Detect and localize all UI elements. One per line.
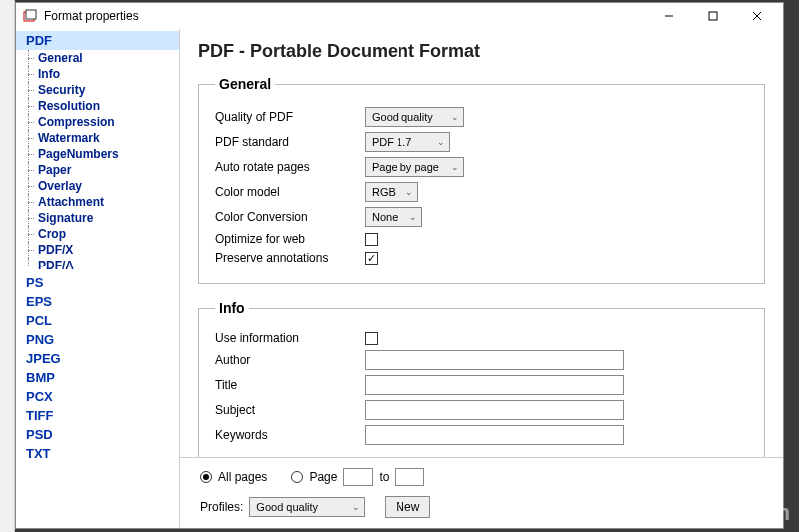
- profiles-label: Profiles:: [200, 500, 243, 514]
- quality-label: Quality of PDF: [215, 110, 365, 124]
- sidebar-item-ps[interactable]: PS: [16, 273, 179, 292]
- content-wrap: PDF - Portable Document Format General Q…: [180, 29, 783, 528]
- new-profile-button[interactable]: New: [385, 496, 430, 518]
- rotate-label: Auto rotate pages: [215, 160, 365, 174]
- chevron-down-icon: ⌄: [405, 187, 413, 197]
- profiles-select[interactable]: Good quality ⌄: [249, 497, 365, 517]
- info-legend: Info: [215, 300, 249, 316]
- sidebar-subitem-attachment[interactable]: Attachment: [16, 194, 179, 210]
- sidebar-subitem-pdf-x[interactable]: PDF/X: [16, 242, 179, 258]
- sidebar-subitem-pagenumbers[interactable]: PageNumbers: [16, 146, 179, 162]
- to-label: to: [379, 470, 389, 484]
- color-model-label: Color model: [215, 185, 365, 199]
- sidebar-item-bmp[interactable]: BMP: [16, 368, 179, 387]
- sidebar-subitem-pdf-a[interactable]: PDF/A: [16, 258, 179, 273]
- chevron-down-icon: ⌄: [409, 212, 417, 222]
- use-info-checkbox[interactable]: [365, 332, 378, 345]
- author-label: Author: [215, 353, 365, 367]
- sidebar-subitem-signature[interactable]: Signature: [16, 210, 179, 226]
- sidebar-subitem-paper[interactable]: Paper: [16, 162, 179, 178]
- svg-rect-1: [26, 10, 36, 19]
- sidebar-item-tiff[interactable]: TIFF: [16, 406, 179, 425]
- color-conv-select[interactable]: None ⌄: [365, 207, 422, 227]
- rotate-select[interactable]: Page by page ⌄: [365, 157, 464, 177]
- sidebar-item-eps[interactable]: EPS: [16, 292, 179, 311]
- sidebar-item-txt[interactable]: TXT: [16, 444, 179, 463]
- sidebar-subitem-compression[interactable]: Compression: [16, 114, 179, 130]
- titlebar: Format properties: [16, 3, 783, 29]
- subject-label: Subject: [215, 403, 365, 417]
- all-pages-radio[interactable]: [200, 471, 212, 483]
- app-icon: [22, 8, 38, 24]
- sidebar-subitem-info[interactable]: Info: [16, 66, 179, 82]
- sidebar-item-psd[interactable]: PSD: [16, 425, 179, 444]
- sidebar-subitem-overlay[interactable]: Overlay: [16, 178, 179, 194]
- format-properties-window: Format properties PDF GeneralInfoSecurit…: [15, 2, 784, 529]
- page-from-input[interactable]: [343, 468, 373, 486]
- sidebar-subitem-security[interactable]: Security: [16, 82, 179, 98]
- optimize-checkbox[interactable]: [365, 233, 378, 246]
- window-body: PDF GeneralInfoSecurityResolutionCompres…: [16, 29, 783, 528]
- sidebar-subitem-watermark[interactable]: Watermark: [16, 130, 179, 146]
- sidebar-item-pcx[interactable]: PCX: [16, 387, 179, 406]
- color-conv-label: Color Conversion: [215, 210, 365, 224]
- window-controls: [647, 3, 779, 29]
- maximize-button[interactable]: [691, 3, 735, 29]
- minimize-button[interactable]: [647, 3, 691, 29]
- info-fieldset: Info Use information Author Title Su: [198, 300, 765, 457]
- sidebar-item-pcl[interactable]: PCL: [16, 311, 179, 330]
- page-label: Page: [309, 470, 337, 484]
- color-model-select[interactable]: RGB ⌄: [365, 182, 418, 202]
- chevron-down-icon: ⌄: [451, 112, 459, 122]
- footer: All pages Page to Profiles: Good quality…: [180, 457, 783, 528]
- sidebar-subitem-resolution[interactable]: Resolution: [16, 98, 179, 114]
- sidebar-item-jpeg[interactable]: JPEG: [16, 349, 179, 368]
- page-to-input[interactable]: [395, 468, 424, 486]
- sidebar-subitem-general[interactable]: General: [16, 50, 179, 66]
- quality-select[interactable]: Good quality ⌄: [365, 107, 464, 127]
- general-legend: General: [215, 76, 275, 92]
- standard-select[interactable]: PDF 1.7 ⌄: [365, 132, 450, 152]
- title-label: Title: [215, 378, 365, 392]
- sidebar-subitem-crop[interactable]: Crop: [16, 226, 179, 242]
- close-button[interactable]: [735, 3, 779, 29]
- chevron-down-icon: ⌄: [451, 162, 459, 172]
- use-info-label: Use information: [215, 331, 365, 345]
- preserve-label: Preserve annotations: [215, 251, 365, 265]
- svg-rect-3: [709, 12, 717, 20]
- title-input[interactable]: [365, 375, 624, 395]
- content-scroll[interactable]: PDF - Portable Document Format General Q…: [180, 29, 783, 457]
- background-app-strip: [0, 0, 15, 532]
- page-radio[interactable]: [291, 471, 303, 483]
- chevron-down-icon: ⌄: [352, 502, 360, 512]
- sidebar-item-png[interactable]: PNG: [16, 330, 179, 349]
- preserve-checkbox[interactable]: ✓: [365, 252, 378, 265]
- optimize-label: Optimize for web: [215, 232, 365, 246]
- keywords-label: Keywords: [215, 428, 365, 442]
- sidebar-item-pdf[interactable]: PDF: [16, 31, 179, 50]
- author-input[interactable]: [365, 350, 624, 370]
- format-sidebar[interactable]: PDF GeneralInfoSecurityResolutionCompres…: [16, 29, 180, 528]
- standard-label: PDF standard: [215, 135, 365, 149]
- chevron-down-icon: ⌄: [437, 137, 445, 147]
- keywords-input[interactable]: [365, 425, 624, 445]
- general-fieldset: General Quality of PDF Good quality ⌄ PD…: [198, 76, 765, 284]
- page-title: PDF - Portable Document Format: [198, 41, 765, 62]
- subject-input[interactable]: [365, 400, 624, 420]
- all-pages-label: All pages: [218, 470, 267, 484]
- window-title: Format properties: [44, 9, 647, 23]
